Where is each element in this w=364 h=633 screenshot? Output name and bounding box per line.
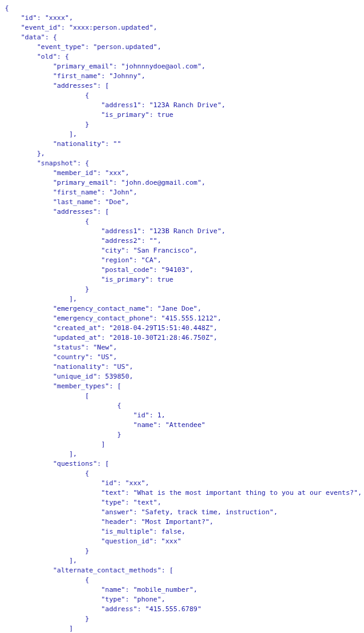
- json-code-block: { "id": "xxxx", "event_id": "xxxx:person…: [0, 0, 364, 633]
- json-code-text: { "id": "xxxx", "event_id": "xxxx:person…: [5, 4, 362, 633]
